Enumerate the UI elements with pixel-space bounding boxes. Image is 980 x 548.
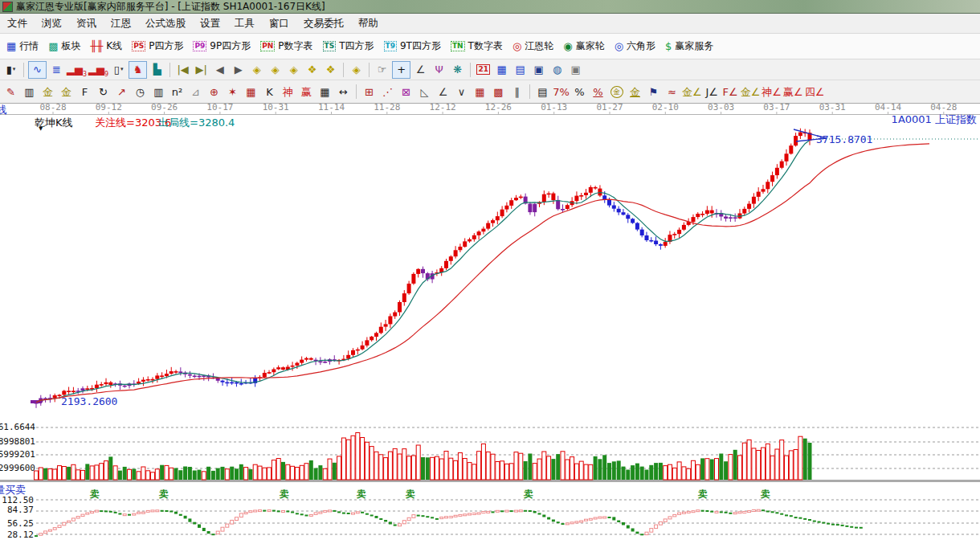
calendar-button[interactable]: 21: [475, 62, 492, 78]
angle-lines-button[interactable]: ∠: [435, 84, 451, 100]
percent-button[interactable]: %: [571, 84, 588, 100]
grid-ruler-button[interactable]: ▦: [316, 84, 333, 100]
red-grid-button[interactable]: ▦: [472, 84, 488, 100]
diamond-expand-button[interactable]: ◈: [285, 62, 302, 78]
toolbar-button-t-square[interactable]: TST四方形: [318, 36, 379, 57]
spiral-tool-button[interactable]: ↻: [95, 84, 112, 100]
time-ruler-button[interactable]: ▥: [150, 84, 167, 100]
gold-angle-button[interactable]: 金∠: [682, 84, 702, 100]
left-panel-label[interactable]: K线: [0, 103, 7, 117]
square-web-button[interactable]: ▦: [243, 84, 259, 100]
shen-ruler-button[interactable]: 神: [280, 84, 296, 100]
next-page-button[interactable]: ▶: [230, 62, 247, 78]
toolbar-button-p-square[interactable]: PSP四方形: [127, 36, 188, 57]
wave-cross-button[interactable]: ≈: [664, 84, 680, 100]
fan-square-button[interactable]: ◺: [416, 84, 433, 100]
star-web-button[interactable]: ✶: [224, 84, 241, 100]
toolbar-button-t-table[interactable]: TNT数字表: [446, 36, 508, 57]
toolbar-button-9p-square[interactable]: P99P四方形: [188, 36, 255, 57]
toolbar-button-p-table[interactable]: PNP数字表: [255, 36, 317, 57]
percent-lines-button[interactable]: %: [590, 84, 606, 100]
f-angle-button[interactable]: F∠: [722, 84, 739, 100]
toolbar-button-winner-service[interactable]: $赢家服务: [660, 36, 718, 57]
volume-profile-button[interactable]: ▙: [149, 62, 165, 78]
ying-ruler-button[interactable]: 赢: [298, 84, 315, 100]
gold-ruler2-button[interactable]: 金: [58, 84, 75, 100]
price-scale-button[interactable]: ▤: [534, 84, 551, 100]
gold-circle-button[interactable]: 金: [608, 84, 625, 100]
indicator-dropdown-icon[interactable]: ▼: [39, 125, 43, 132]
fib-ruler-button[interactable]: F: [76, 84, 93, 100]
menu-item-formula[interactable]: 公式选股: [138, 14, 193, 33]
box-fan-button[interactable]: ⊞: [361, 84, 378, 100]
wave-v-button[interactable]: ∨: [453, 84, 470, 100]
toolbar-button-gann-wheel[interactable]: ◎江恩轮: [508, 36, 558, 57]
skip-last-button[interactable]: ▶|: [193, 62, 210, 78]
menu-item-news[interactable]: 资讯: [69, 14, 104, 33]
chart-9-button[interactable]: ▂▅9: [88, 62, 108, 78]
candle-style-button[interactable]: ▮▾: [2, 62, 19, 78]
rocket-tool-button[interactable]: ↗: [113, 84, 130, 100]
menu-item-file[interactable]: 文件: [0, 14, 35, 33]
diamond-burst-button[interactable]: ❖: [322, 62, 339, 78]
brain-tool-button[interactable]: ❋: [449, 62, 466, 78]
diamond-star-button[interactable]: ❖: [304, 62, 321, 78]
gold-ruler-button[interactable]: 金: [39, 84, 56, 100]
zigzag-tool-button[interactable]: ∿: [28, 61, 47, 79]
j-angle-button[interactable]: J∠: [704, 84, 721, 100]
clock-tool-button[interactable]: ◷: [132, 84, 149, 100]
gold-lines-button[interactable]: 金: [627, 84, 643, 100]
menu-item-browse[interactable]: 浏览: [35, 14, 69, 33]
diamond-compress-button[interactable]: ◈: [348, 62, 365, 78]
toolbar-button-label: 赢家服务: [675, 39, 713, 53]
candle-type-button[interactable]: ▯▾: [110, 62, 127, 78]
save-button[interactable]: ▣: [530, 62, 547, 78]
calculator-button[interactable]: ▦: [493, 62, 510, 78]
span-arrow-button[interactable]: ↔: [335, 84, 352, 100]
diamond-left-button[interactable]: ◈: [248, 62, 265, 78]
circle-cross-button[interactable]: ⊕: [206, 84, 223, 100]
red-grid2-button[interactable]: ▩: [490, 84, 507, 100]
flag-tool-button[interactable]: ⚑: [645, 84, 662, 100]
menu-item-window[interactable]: 窗口: [262, 14, 296, 33]
shen-angle-button[interactable]: 神∠: [762, 84, 782, 100]
angle-measure-button[interactable]: ∠: [412, 62, 429, 78]
toolbar-button-hexagon[interactable]: ◎六角形: [610, 36, 660, 57]
gold-angle2-button[interactable]: 金∠: [741, 84, 761, 100]
toolbar-button-quote[interactable]: ▦行情: [2, 36, 43, 57]
toolbar-separator: [369, 63, 370, 77]
mirror-angle-button[interactable]: ⊿: [187, 84, 204, 100]
crosshair-tool-button[interactable]: +: [392, 61, 410, 79]
menu-item-gann[interactable]: 江恩: [104, 14, 138, 33]
si-angle-button[interactable]: 四∠: [805, 84, 825, 100]
web-sync-button[interactable]: ◍: [549, 62, 566, 78]
diamond-right-button[interactable]: ◈: [267, 62, 284, 78]
ying-angle-button[interactable]: 赢∠: [783, 84, 803, 100]
notes-button[interactable]: ▤: [512, 62, 529, 78]
skip-first-button[interactable]: |◀: [174, 62, 191, 78]
menu-item-trade[interactable]: 交易委托: [296, 14, 351, 33]
brush-tool-button[interactable]: ✎: [2, 84, 19, 100]
ray-fan-button[interactable]: ⋰: [379, 84, 396, 100]
info-view-button[interactable]: ≣: [48, 62, 65, 78]
ruler-comb-button[interactable]: ▥: [21, 84, 38, 100]
fan-box-button[interactable]: ⊠: [398, 84, 414, 100]
chart-3-button[interactable]: ▂▅3: [67, 62, 87, 78]
toolbar-button-sector[interactable]: ▩板块: [43, 36, 85, 57]
menu-item-tools[interactable]: 工具: [227, 14, 262, 33]
toolbar-button-9t-square[interactable]: T99T四方形: [379, 36, 446, 57]
calculator-button-glyph: ▦: [497, 64, 507, 75]
n2-ruler-button[interactable]: n²: [169, 84, 186, 100]
beast-tool-button[interactable]: ♞: [129, 61, 147, 79]
toolbar-button-kline[interactable]: ╫╫K线: [86, 36, 128, 57]
parallel-lines-button[interactable]: ∥: [508, 84, 525, 100]
hand-tool-button[interactable]: ☞: [374, 62, 390, 78]
percent7-button[interactable]: 7%: [553, 84, 570, 100]
prev-page-button[interactable]: ◀: [211, 62, 228, 78]
toolbar-button-winner-wheel[interactable]: ◉赢家轮: [558, 36, 609, 57]
clothes-tool-button[interactable]: Ψ: [431, 62, 447, 78]
remote-pc-button[interactable]: ▣: [567, 62, 584, 78]
menu-item-help[interactable]: 帮助: [351, 14, 386, 33]
k-mark-button[interactable]: K: [261, 84, 278, 100]
menu-item-settings[interactable]: 设置: [193, 14, 227, 33]
